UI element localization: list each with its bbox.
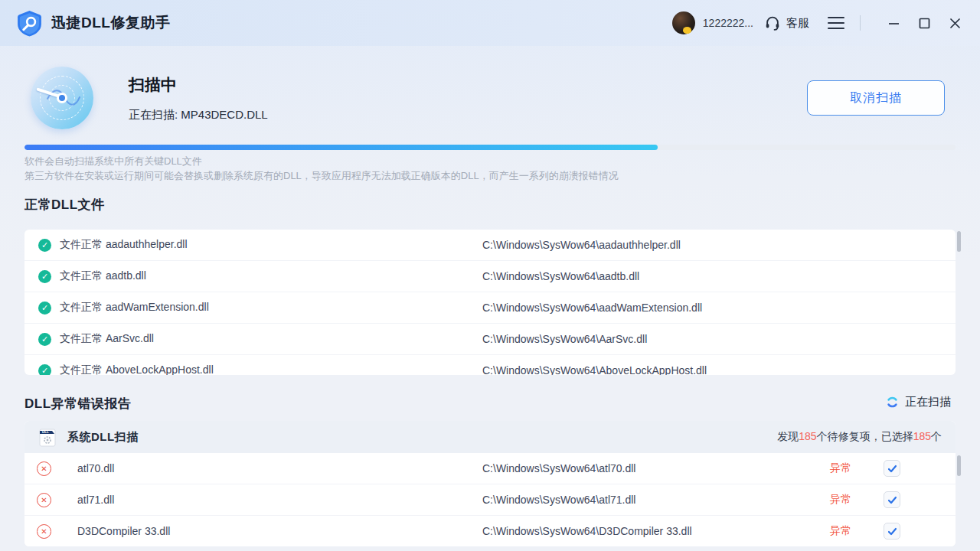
file-path: C:\Windows\SysWow64\aadauthhelper.dll bbox=[482, 239, 681, 251]
file-ok-label: 文件正常 bbox=[60, 238, 103, 250]
error-dll-list: DLL 系统DLL扫描 发现185个待修复项，已选择185个 ✕ atl70.d… bbox=[24, 421, 956, 546]
close-button[interactable] bbox=[943, 11, 966, 34]
titlebar-divider bbox=[860, 15, 861, 31]
status-badge: 异常 bbox=[830, 461, 851, 475]
error-group-header: DLL 系统DLL扫描 发现185个待修复项，已选择185个 bbox=[24, 421, 956, 453]
maximize-button[interactable] bbox=[913, 11, 936, 34]
file-path: C:\Windows\SysWow64\atl71.dll bbox=[482, 494, 635, 506]
normal-dll-list: ✓ 文件正常 aadauthhelper.dll C:\Windows\SysW… bbox=[24, 230, 956, 375]
file-ok-label: 文件正常 bbox=[60, 332, 103, 344]
check-circle-icon: ✓ bbox=[38, 333, 51, 346]
file-path: C:\Windows\SysWow64\atl70.dll bbox=[482, 462, 635, 474]
error-dll-row: ✕ D3DCompiler 33.dll C:\Windows\SysWow64… bbox=[24, 516, 956, 546]
normal-dll-row: ✓ 文件正常 AboveLockAppHost.dll C:\Windows\S… bbox=[24, 355, 956, 375]
scan-description-line2: 第三方软件在安装或运行期间可能会替换或删除系统原有的DLL，导致应用程序无法加载… bbox=[24, 168, 619, 183]
headset-icon bbox=[764, 15, 781, 31]
cancel-scan-button[interactable]: 取消扫描 bbox=[807, 80, 945, 116]
normal-dll-row: ✓ 文件正常 aadauthhelper.dll C:\Windows\SysW… bbox=[24, 230, 956, 261]
error-list-scrollbar[interactable] bbox=[957, 455, 961, 476]
check-circle-icon: ✓ bbox=[38, 302, 51, 315]
repair-checkbox[interactable] bbox=[884, 523, 900, 540]
file-name: aadWamExtension.dll bbox=[106, 301, 209, 313]
repair-checkbox[interactable] bbox=[884, 460, 900, 477]
error-circle-icon: ✕ bbox=[37, 493, 51, 507]
support-label: 客服 bbox=[786, 16, 809, 31]
error-section-title: DLL异常错误报告 bbox=[24, 395, 132, 412]
app-window: 迅捷DLL修复助手 1222222... 客服 bbox=[0, 0, 980, 551]
found-count: 185 bbox=[799, 430, 816, 442]
app-title: 迅捷DLL修复助手 bbox=[51, 13, 170, 33]
normal-section-title: 正常DLL文件 bbox=[24, 196, 105, 214]
file-path: C:\Windows\SysWow64\AboveLockAppHost.dll bbox=[482, 364, 707, 375]
scan-description-line1: 软件会自动扫描系统中所有关键DLL文件 bbox=[24, 154, 619, 168]
file-name: aadauthhelper.dll bbox=[106, 238, 188, 250]
file-ok-label: 文件正常 bbox=[60, 269, 103, 282]
user-avatar[interactable] bbox=[672, 11, 695, 34]
error-group-title: 系统DLL扫描 bbox=[67, 430, 139, 445]
scan-progress-fill bbox=[24, 145, 658, 150]
loading-spinner-icon bbox=[886, 396, 899, 409]
scan-current-file: 正在扫描: MP43DECD.DLL bbox=[129, 108, 268, 122]
dll-file-icon: DLL bbox=[38, 427, 57, 447]
status-badge: 异常 bbox=[830, 493, 851, 507]
app-logo-icon bbox=[15, 9, 44, 37]
error-summary: 发现185个待修复项，已选择185个 bbox=[777, 430, 942, 444]
file-name: AarSvc.dll bbox=[106, 332, 154, 344]
file-ok-label: 文件正常 bbox=[60, 364, 103, 375]
normal-dll-row: ✓ 文件正常 AarSvc.dll C:\Windows\SysWow64\Aa… bbox=[24, 324, 956, 355]
support-button[interactable]: 客服 bbox=[764, 15, 809, 31]
minimize-button[interactable] bbox=[882, 11, 905, 34]
svg-text:DLL: DLL bbox=[42, 430, 49, 434]
file-name: AboveLockAppHost.dll bbox=[106, 364, 214, 375]
normal-dll-row: ✓ 文件正常 aadtb.dll C:\Windows\SysWow64\aad… bbox=[24, 261, 956, 292]
normal-dll-row: ✓ 文件正常 aadWamExtension.dll C:\Windows\Sy… bbox=[24, 292, 956, 324]
file-name: atl70.dll bbox=[77, 462, 114, 474]
file-ok-label: 文件正常 bbox=[60, 301, 103, 313]
menu-icon[interactable] bbox=[828, 17, 844, 29]
username[interactable]: 1222222... bbox=[703, 17, 753, 29]
file-path: C:\Windows\SysWow64\D3DCompiler 33.dll bbox=[482, 525, 692, 537]
check-circle-icon: ✓ bbox=[38, 364, 51, 376]
scan-progress-bar bbox=[24, 145, 956, 150]
file-path: C:\Windows\SysWow64\aadtb.dll bbox=[482, 270, 639, 282]
file-path: C:\Windows\SysWow64\aadWamExtension.dll bbox=[482, 302, 702, 314]
scanning-status-label: 正在扫描 bbox=[905, 395, 951, 409]
title-bar: 迅捷DLL修复助手 1222222... 客服 bbox=[0, 0, 980, 46]
scan-description: 软件会自动扫描系统中所有关键DLL文件 第三方软件在安装或运行期间可能会替换或删… bbox=[24, 154, 619, 183]
error-dll-row: ✕ atl70.dll C:\Windows\SysWow64\atl70.dl… bbox=[24, 453, 956, 484]
file-name: atl71.dll bbox=[77, 494, 114, 506]
error-dll-row: ✕ atl71.dll C:\Windows\SysWow64\atl71.dl… bbox=[24, 484, 956, 516]
avatar-badge bbox=[683, 27, 691, 34]
check-circle-icon: ✓ bbox=[38, 239, 51, 252]
scanning-status: 正在扫描 bbox=[886, 395, 951, 409]
repair-checkbox[interactable] bbox=[884, 491, 900, 508]
radar-scan-icon bbox=[31, 67, 93, 129]
selected-count: 185 bbox=[913, 430, 931, 442]
error-circle-icon: ✕ bbox=[37, 524, 51, 539]
check-circle-icon: ✓ bbox=[38, 270, 51, 283]
status-badge: 异常 bbox=[830, 524, 851, 538]
file-path: C:\Windows\SysWow64\AarSvc.dll bbox=[482, 333, 647, 345]
normal-list-scrollbar[interactable] bbox=[957, 231, 961, 252]
file-name: D3DCompiler 33.dll bbox=[77, 525, 170, 537]
scan-status-title: 扫描中 bbox=[129, 74, 268, 96]
file-name: aadtb.dll bbox=[106, 269, 146, 282]
scan-header: 扫描中 正在扫描: MP43DECD.DLL bbox=[31, 67, 268, 129]
error-circle-icon: ✕ bbox=[37, 461, 51, 476]
